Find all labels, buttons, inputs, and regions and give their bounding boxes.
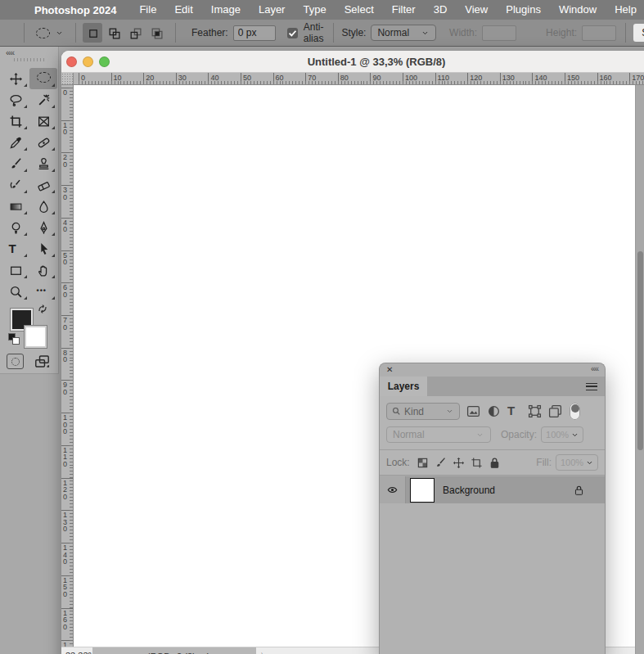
tool-healing-brush[interactable]: [29, 132, 57, 153]
tool-clone-stamp[interactable]: [29, 153, 57, 174]
layer-thumbnail[interactable]: [410, 478, 435, 503]
tool-lasso[interactable]: [2, 89, 29, 111]
new-selection-button[interactable]: [83, 23, 102, 43]
tool-type[interactable]: T: [2, 238, 29, 259]
tool-gradient[interactable]: [2, 196, 29, 217]
lock-all-icon[interactable]: [489, 457, 501, 469]
opacity-value: 100%: [546, 430, 569, 440]
tool-preset-picker[interactable]: [30, 28, 70, 38]
panel-menu-icon[interactable]: [586, 383, 597, 390]
document-titlebar[interactable]: Untitled-1 @ 33,3% (RGB/8): [61, 51, 644, 73]
tool-eyedropper[interactable]: [2, 132, 29, 153]
subtract-from-selection-button[interactable]: [125, 23, 145, 43]
background-color-swatch[interactable]: [25, 326, 47, 348]
flyout-triangle-icon: [52, 83, 55, 87]
height-input[interactable]: [582, 25, 616, 41]
status-color-profile[interactable]: eciRGB v2 (8bpc): [92, 647, 256, 654]
style-select[interactable]: Normal: [371, 25, 436, 41]
blend-mode-select[interactable]: Normal: [386, 426, 491, 443]
layers-list-empty-area[interactable]: [380, 503, 605, 654]
tool-dodge[interactable]: [2, 217, 29, 238]
blur-icon: [37, 200, 51, 214]
vertical-scrollbar-thumb[interactable]: [637, 251, 643, 450]
menu-item-edit[interactable]: Edit: [165, 0, 201, 20]
chevron-down-icon: [475, 431, 484, 439]
horizontal-ruler[interactable]: 0102030405060708090100110120130140150160…: [74, 73, 644, 85]
kind-filter-select[interactable]: Kind: [386, 403, 460, 420]
tool-brush[interactable]: [2, 153, 29, 174]
tool-blur[interactable]: [29, 196, 57, 217]
divider: [175, 23, 176, 43]
tool-crop[interactable]: [2, 111, 29, 132]
tool-hand[interactable]: [29, 259, 57, 281]
collapse-panel-icon[interactable]: ««: [591, 364, 598, 373]
close-icon[interactable]: ✕: [386, 365, 393, 374]
menu-item-filter[interactable]: Filter: [383, 0, 425, 20]
tool-elliptical-marquee[interactable]: [29, 68, 57, 89]
status-chevron-icon[interactable]: 〉: [260, 651, 269, 654]
select-and-mask-button[interactable]: Sele: [633, 24, 644, 42]
filter-type-icon[interactable]: T: [507, 404, 521, 418]
menu-item-image[interactable]: Image: [202, 0, 250, 20]
tool-history-brush[interactable]: [2, 174, 29, 196]
menu-item-select[interactable]: Select: [336, 0, 383, 20]
add-to-selection-button[interactable]: [104, 23, 124, 43]
swap-colors-icon[interactable]: [37, 304, 48, 314]
lock-position-icon[interactable]: [453, 457, 465, 469]
quick-mask-button[interactable]: [7, 354, 24, 369]
fill-label: Fill:: [536, 457, 552, 468]
tool-frame[interactable]: [29, 111, 57, 132]
tab-layers[interactable]: Layers: [380, 377, 427, 396]
opacity-select[interactable]: 100%: [541, 426, 583, 443]
screen-mode-button[interactable]: [33, 354, 52, 369]
filter-shape-icon[interactable]: [528, 404, 542, 418]
ruler-h-label: 130: [500, 73, 515, 85]
filter-image-icon[interactable]: [466, 404, 480, 418]
mode-subtract-icon: [128, 26, 142, 40]
app-menu-photoshop[interactable]: Photoshop 2024: [27, 4, 124, 16]
lock-paint-icon[interactable]: [435, 457, 447, 469]
menu-item-type[interactable]: Type: [294, 0, 335, 20]
menu-item-view[interactable]: View: [456, 0, 497, 20]
tool-more-tools[interactable]: •••: [29, 281, 57, 302]
layer-row-background[interactable]: Background: [380, 476, 605, 503]
tool-pen[interactable]: [29, 217, 57, 238]
vertical-scrollbar-track[interactable]: [635, 85, 644, 654]
flyout-triangle-icon: [24, 254, 27, 257]
ruler-h-label: 120: [467, 73, 482, 85]
lock-transparency-icon[interactable]: [417, 457, 429, 469]
vertical-ruler[interactable]: 0102030405060708090100110120130140150160…: [61, 85, 74, 654]
layer-visibility-toggle[interactable]: [380, 476, 406, 503]
layers-panel-header[interactable]: ✕ ««: [380, 363, 605, 377]
fill-select[interactable]: 100%: [556, 454, 598, 471]
layers-panel: ✕ «« Layers Kind T Normal Opacity: 100% …: [379, 363, 606, 654]
ruler-v-label: 0: [61, 88, 74, 97]
width-input[interactable]: [482, 25, 516, 41]
ruler-origin-box[interactable]: [61, 73, 74, 85]
default-colors-icon[interactable]: [8, 333, 20, 345]
intersect-selection-button[interactable]: [146, 23, 166, 43]
tool-path-selection[interactable]: [29, 238, 57, 259]
status-zoom-level[interactable]: 33,33%: [65, 651, 96, 654]
flyout-triangle-icon: [24, 105, 27, 108]
collapse-panel-icon[interactable]: ««: [6, 47, 14, 57]
menu-item-file[interactable]: File: [130, 0, 165, 20]
menu-item-layer[interactable]: Layer: [250, 0, 295, 20]
menu-item-window[interactable]: Window: [550, 0, 606, 20]
tool-magic-wand[interactable]: [29, 89, 57, 111]
tool-rectangle[interactable]: [2, 259, 29, 281]
tool-move[interactable]: [2, 68, 29, 89]
lock-artboard-icon[interactable]: [471, 457, 483, 469]
filter-toggle-switch[interactable]: [570, 403, 580, 420]
filter-smartobject-icon[interactable]: [548, 404, 562, 418]
anti-alias-checkbox[interactable]: [287, 28, 298, 38]
tool-zoom[interactable]: [2, 281, 29, 302]
menu-item-3d[interactable]: 3D: [425, 0, 457, 20]
menu-item-plugins[interactable]: Plugins: [497, 0, 550, 20]
tools-panel-grip[interactable]: [14, 58, 45, 61]
feather-input[interactable]: [233, 25, 276, 41]
hand-icon: [37, 264, 51, 277]
filter-adjustment-icon[interactable]: [487, 404, 501, 418]
menu-item-help[interactable]: Help: [606, 0, 644, 20]
tool-eraser[interactable]: [29, 174, 57, 196]
